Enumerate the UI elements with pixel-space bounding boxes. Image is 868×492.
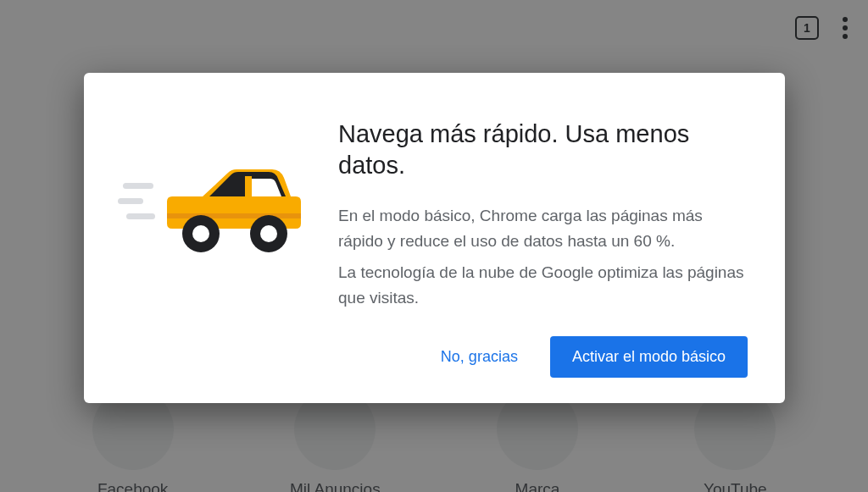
- dialog-title: Navega más rápido. Usa menos datos.: [338, 119, 748, 181]
- lite-mode-dialog: Navega más rápido. Usa menos datos. En e…: [84, 73, 785, 403]
- dialog-body-line2: La tecnología de la nube de Google optim…: [338, 260, 748, 310]
- dialog-body-line1: En el modo básico, Chrome carga las pági…: [338, 203, 748, 253]
- car-illustration: [84, 105, 338, 378]
- svg-point-5: [192, 225, 209, 242]
- decline-button[interactable]: No, gracias: [434, 340, 525, 374]
- accept-button[interactable]: Activar el modo básico: [550, 336, 748, 378]
- svg-rect-1: [118, 198, 143, 204]
- svg-rect-3: [167, 213, 301, 218]
- car-icon: [118, 161, 304, 263]
- dialog-content: Navega más rápido. Usa menos datos. En e…: [338, 105, 748, 378]
- dialog-actions: No, gracias Activar el modo básico: [338, 336, 748, 378]
- svg-rect-2: [126, 213, 155, 219]
- svg-point-7: [260, 225, 277, 242]
- svg-rect-0: [123, 183, 153, 189]
